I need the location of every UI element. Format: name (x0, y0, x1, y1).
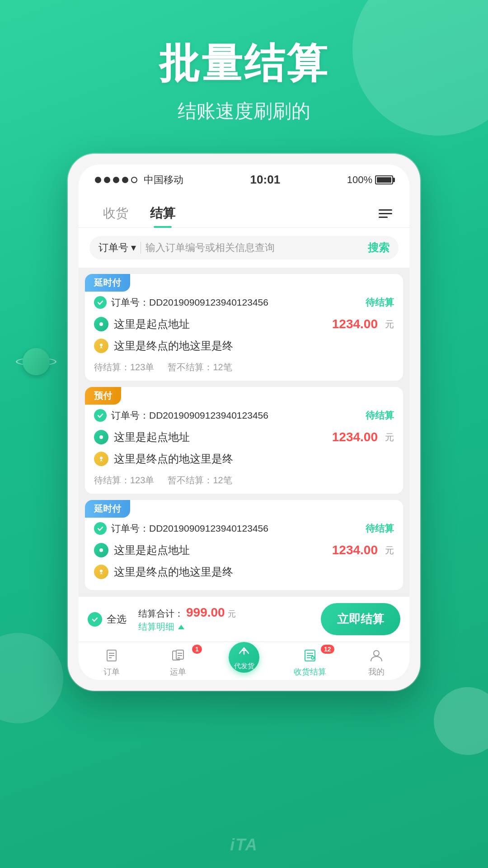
amount-unit-1: 元 (385, 318, 394, 330)
total-unit: 元 (228, 609, 236, 619)
start-address-1: 这里是起点地址 (114, 317, 327, 331)
ship-center-button[interactable]: 代发货 (229, 642, 259, 673)
header-subtitle: 结账速度刷刷的 (0, 99, 488, 124)
battery-fill (377, 177, 391, 183)
waybill-icon (169, 646, 187, 665)
planet-decoration (18, 344, 54, 380)
nav-item-orders[interactable]: 订单 (79, 646, 145, 677)
menu-line-3 (379, 217, 388, 218)
amount-3: 1234.00 (332, 543, 378, 557)
svg-point-4 (99, 548, 103, 552)
nav-item-receipt[interactable]: 12 收货结算 (277, 646, 343, 677)
select-all-label: 全选 (107, 613, 127, 626)
nav-item-ship[interactable]: 代发货 (211, 651, 277, 673)
stat-skip-2: 暂不结算：12笔 (168, 474, 232, 486)
start-icon-3 (94, 543, 108, 557)
order-card-2: 预付 订单号：DD20190909123940123456 待结算 这里是起点地… (85, 387, 403, 494)
carrier-label: 中国移动 (144, 173, 183, 187)
profile-icon (367, 646, 385, 665)
amount-unit-2: 元 (385, 431, 394, 443)
search-tag[interactable]: 订单号 ▾ (99, 241, 136, 255)
badge-delay-3: 延时付 (85, 500, 130, 518)
order-row-3[interactable]: 订单号：DD20190909123940123456 待结算 (85, 518, 403, 539)
search-bar[interactable]: 订单号 ▾ 输入订单编号或相关信息查询 搜索 (89, 236, 399, 259)
phone-frame: 中国移动 10:01 100% 收货 结算 (68, 154, 420, 691)
phone-mockup: 中国移动 10:01 100% 收货 结算 (68, 154, 420, 691)
search-input[interactable]: 输入订单编号或相关信息查询 (145, 241, 356, 255)
order-number-2: 订单号：DD20190909123940123456 (111, 409, 361, 422)
chevron-up-icon (178, 625, 184, 629)
end-address-row-3: 这里是终点的地这里是终 (85, 561, 403, 583)
check-icon-2 (94, 409, 107, 422)
end-address-3: 这里是终点的地这里是终 (114, 565, 394, 579)
search-button[interactable]: 搜索 (361, 241, 389, 255)
battery-icon (375, 175, 393, 184)
waybill-badge: 1 (192, 645, 202, 654)
menu-line-1 (379, 209, 392, 211)
svg-point-24 (374, 651, 379, 656)
amount-unit-3: 元 (385, 544, 394, 557)
signal-dot-1 (95, 177, 101, 183)
signal-dot-5 (131, 177, 137, 183)
stat-pending-2: 待结算：123单 (94, 474, 154, 486)
end-address-row-1: 这里是终点的地这里是终 (85, 335, 403, 357)
signal-dot-2 (104, 177, 110, 183)
status-bar: 中国移动 10:01 100% (79, 165, 409, 191)
svg-point-3 (100, 457, 103, 459)
badge-delay-1: 延时付 (85, 274, 130, 292)
order-card-3: 延时付 订单号：DD20190909123940123456 待结算 这里是起点… (85, 500, 403, 590)
card-stats-1: 待结算：123单 暂不结算：12笔 (85, 357, 403, 373)
svg-point-5 (100, 570, 103, 572)
header-title: 批量结算 (0, 36, 488, 91)
battery-percent: 100% (347, 174, 372, 186)
svg-point-2 (99, 435, 103, 439)
end-address-2: 这里是终点的地这里是终 (114, 452, 394, 466)
svg-point-1 (100, 344, 103, 346)
order-icon (103, 646, 121, 665)
start-address-row-3: 这里是起点地址 1234.00 元 (85, 539, 403, 561)
nav-tabs: 收货 结算 (79, 191, 409, 228)
start-address-row-2: 这里是起点地址 1234.00 元 (85, 426, 403, 448)
end-address-row-2: 这里是终点的地这里是终 (85, 448, 403, 470)
signal-area: 中国移动 (95, 173, 183, 187)
total-section: 结算合计： 999.00 元 结算明细 (138, 605, 314, 633)
detail-label: 结算明细 (138, 621, 174, 633)
start-address-2: 这里是起点地址 (114, 430, 327, 444)
tab-settlement[interactable]: 结算 (139, 199, 186, 227)
signal-dot-4 (122, 177, 128, 183)
order-row-1[interactable]: 订单号：DD20190909123940123456 待结算 (85, 292, 403, 313)
order-card-1: 延时付 订单号：DD20190909123940123456 待结算 这里是起点… (85, 274, 403, 381)
select-all-check-icon (88, 612, 102, 627)
nav-item-profile[interactable]: 我的 (343, 646, 409, 677)
order-number-1: 订单号：DD20190909123940123456 (111, 296, 361, 309)
total-row: 结算合计： 999.00 元 (138, 605, 236, 620)
svg-point-0 (99, 322, 103, 326)
bg-decoration-bottom-left (0, 633, 63, 723)
search-area: 订单号 ▾ 输入订单编号或相关信息查询 搜索 (79, 228, 409, 268)
checkout-button[interactable]: 立即结算 (321, 603, 400, 635)
bottom-action-bar: 全选 结算合计： 999.00 元 结算明细 立即结算 (79, 596, 409, 642)
amount-1: 1234.00 (332, 317, 378, 331)
end-icon-1 (94, 339, 108, 353)
badge-prepay-2: 预付 (85, 387, 121, 405)
receipt-badge: 12 (321, 645, 334, 654)
select-all[interactable]: 全选 (88, 612, 127, 627)
battery-area: 100% (347, 174, 393, 186)
detail-row[interactable]: 结算明细 (138, 621, 184, 633)
total-label: 结算合计： (138, 608, 183, 620)
menu-icon[interactable] (375, 206, 396, 222)
content-area: 延时付 订单号：DD20190909123940123456 待结算 这里是起点… (79, 268, 409, 596)
nav-item-waybill[interactable]: 1 运单 (145, 646, 211, 677)
tab-receive[interactable]: 收货 (92, 199, 139, 227)
start-icon-1 (94, 317, 108, 331)
check-icon-3 (94, 522, 107, 535)
signal-dot-3 (113, 177, 119, 183)
pending-status-2: 待结算 (366, 409, 394, 422)
nav-label-ship: 代发货 (234, 662, 254, 670)
stat-pending-1: 待结算：123单 (94, 361, 154, 373)
nav-label-profile: 我的 (368, 666, 385, 677)
order-row-2[interactable]: 订单号：DD20190909123940123456 待结算 (85, 405, 403, 426)
order-number-3: 订单号：DD20190909123940123456 (111, 522, 361, 535)
watermark-text: iTA (230, 835, 258, 854)
time-display: 10:01 (250, 173, 281, 187)
